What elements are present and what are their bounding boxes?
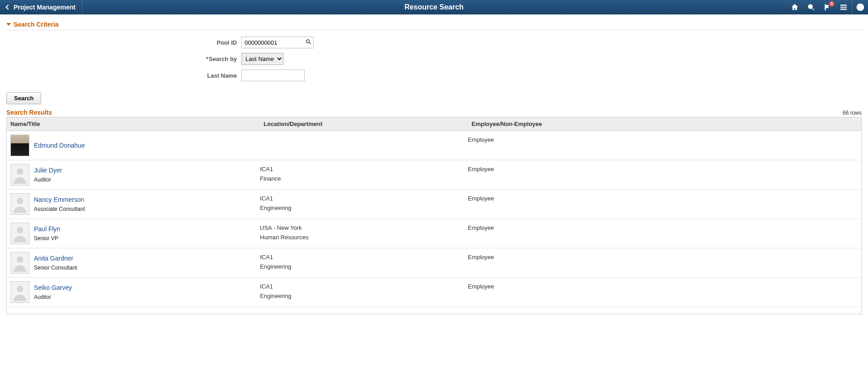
resource-name-link[interactable]: Nancy Emmerson: [34, 196, 85, 203]
header-actions: 3: [787, 0, 868, 14]
compass-icon: [856, 3, 865, 12]
resource-department: Engineering: [260, 263, 468, 270]
svg-point-0: [808, 5, 812, 9]
back-label: Project Management: [14, 4, 75, 11]
resource-location: ICA1: [260, 254, 468, 261]
results-grid: Name/Title Location/Department Employee/…: [6, 117, 862, 314]
resource-type: Employee: [468, 223, 858, 231]
avatar: [10, 164, 29, 186]
table-row[interactable]: Nancy EmmersonAssociate ConsultantICA1En…: [7, 190, 861, 219]
resource-department: Engineering: [260, 205, 468, 211]
last-name-input[interactable]: [241, 70, 305, 81]
table-row[interactable]: Paul FlynSenior VPUSA - New YorkHuman Re…: [7, 219, 861, 248]
table-row[interactable]: Anita GardnerSenior ConsultantICA1Engine…: [7, 248, 861, 278]
search-by-select[interactable]: Last Name: [241, 53, 283, 65]
svg-line-7: [309, 42, 311, 44]
col-header-employee[interactable]: Employee/Non-Employee: [468, 117, 861, 130]
col-header-location[interactable]: Location/Department: [260, 117, 468, 130]
resource-title: Associate Consultant: [34, 206, 85, 212]
row-count: 66 rows: [843, 110, 862, 116]
navbar-toggle-button[interactable]: [852, 0, 868, 14]
pool-id-label: Pool ID: [6, 39, 241, 46]
results-grid-header: Name/Title Location/Department Employee/…: [7, 117, 861, 131]
app-header: Project Management Resource Search 3: [0, 0, 868, 14]
search-results-title: Search Results: [6, 108, 52, 117]
resource-name-link[interactable]: Julie Dyer: [34, 167, 62, 174]
resource-department: Engineering: [260, 293, 468, 299]
svg-line-1: [812, 8, 814, 10]
resource-type: Employee: [468, 135, 858, 143]
resource-type: Employee: [468, 164, 858, 172]
page-title: Resource Search: [405, 3, 464, 11]
resource-location: ICA1: [260, 166, 468, 172]
resource-type: Employee: [468, 281, 858, 290]
svg-point-11: [17, 256, 23, 263]
avatar: [10, 135, 29, 156]
avatar: [10, 193, 29, 215]
svg-point-6: [306, 40, 309, 43]
results-grid-body[interactable]: Edmund DonahueEmployeeJulie DyerAuditorI…: [7, 131, 861, 314]
search-button[interactable]: Search: [6, 92, 41, 104]
search-criteria-title: Search Criteria: [14, 21, 59, 28]
svg-point-8: [17, 168, 23, 175]
search-criteria-header[interactable]: Search Criteria: [6, 19, 862, 30]
resource-title: Auditor: [34, 177, 62, 183]
search-by-label: Search by: [6, 56, 241, 62]
back-button[interactable]: Project Management: [0, 0, 82, 14]
col-header-name[interactable]: Name/Title: [7, 117, 260, 130]
avatar: [10, 223, 29, 244]
chevron-left-icon: [5, 5, 10, 9]
resource-location: USA - New York: [260, 224, 468, 231]
last-name-label: Last Name: [6, 72, 241, 79]
pool-id-lookup-button[interactable]: [305, 39, 311, 47]
resource-department: Finance: [260, 175, 468, 182]
resource-type: Employee: [468, 193, 858, 202]
table-row[interactable]: Seiko GarveyAuditorICA1EngineeringEmploy…: [7, 278, 861, 307]
lookup-icon: [305, 39, 311, 45]
notification-badge: 3: [829, 1, 835, 7]
svg-point-12: [17, 286, 23, 292]
home-icon: [791, 3, 799, 11]
resource-title: Senior Consultant: [34, 265, 77, 271]
svg-rect-2: [840, 5, 847, 6]
resource-name-link[interactable]: Anita Gardner: [34, 255, 77, 262]
resource-title: Auditor: [34, 294, 72, 300]
search-criteria-form: Pool ID Search by Last Name Last Name: [6, 30, 862, 90]
resource-title: Senior VP: [34, 235, 60, 242]
resource-location: ICA1: [260, 283, 468, 290]
global-search-button[interactable]: [803, 0, 819, 14]
avatar: [10, 281, 29, 303]
table-row[interactable]: Julie DyerAuditorICA1FinanceEmployee: [7, 160, 861, 190]
resource-location: ICA1: [260, 195, 468, 202]
resource-type: Employee: [468, 252, 858, 261]
resource-name-link[interactable]: Edmund Donahue: [34, 142, 85, 149]
hamburger-icon: [840, 3, 848, 11]
pool-id-input[interactable]: [241, 37, 314, 48]
resource-name-link[interactable]: Paul Flyn: [34, 225, 60, 233]
resource-name-link[interactable]: Seiko Garvey: [34, 284, 72, 291]
svg-point-9: [17, 198, 23, 204]
notifications-button[interactable]: 3: [819, 0, 835, 14]
search-icon: [807, 3, 815, 11]
resource-department: Human Resources: [260, 234, 468, 241]
menu-button[interactable]: [835, 0, 852, 14]
home-button[interactable]: [787, 0, 803, 14]
table-row[interactable]: Edmund DonahueEmployee: [7, 131, 861, 160]
avatar: [10, 252, 29, 274]
svg-rect-4: [840, 9, 847, 10]
svg-point-10: [17, 227, 23, 233]
svg-rect-3: [840, 7, 847, 8]
collapse-triangle-icon: [6, 23, 11, 26]
